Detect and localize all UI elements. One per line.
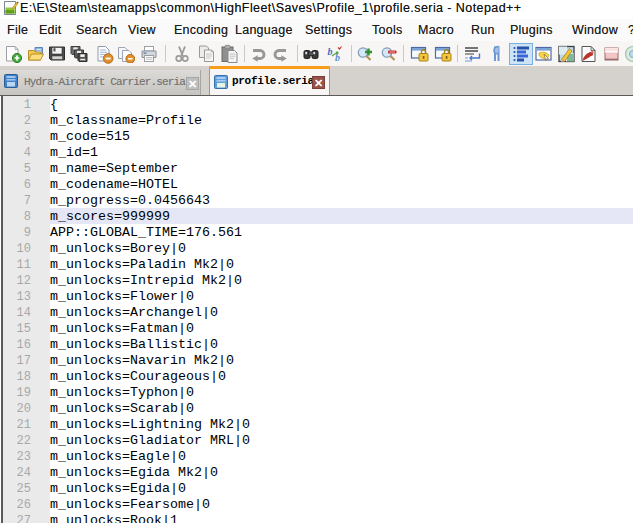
svg-text:b: b — [328, 46, 333, 57]
